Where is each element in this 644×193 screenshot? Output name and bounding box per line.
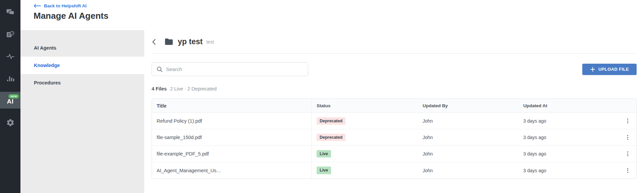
row-menu-button[interactable] (625, 166, 631, 175)
new-badge: NEW (8, 94, 19, 99)
files-count: 4 Files (152, 86, 167, 91)
main-content: yp test test UPLOAD FILE (144, 30, 644, 193)
ai-nav-item[interactable]: AI NEW (0, 92, 20, 109)
analytics-icon[interactable] (0, 74, 20, 82)
knowledge-sidenav: AI Agents Knowledge Procedures (20, 30, 144, 193)
ai-label: AI (7, 98, 14, 105)
status-badge: Live (317, 150, 331, 158)
updated-at: 3 days ago (518, 113, 619, 129)
status-badge: Deprecated (317, 134, 345, 141)
updated-by: John (418, 146, 518, 162)
column-title: Title (152, 99, 312, 113)
page-title: Manage AI Agents (34, 11, 644, 21)
folder-title: yp test (178, 37, 203, 46)
file-title[interactable]: AI_Agent_Management_Us… (152, 162, 312, 179)
sidebar-item-ai-agents[interactable]: AI Agents (20, 39, 144, 57)
search-input[interactable] (166, 66, 293, 72)
row-menu-button[interactable] (625, 117, 631, 125)
file-title[interactable]: file-sample_150d.pdf (152, 129, 312, 145)
updated-at: 3 days ago (518, 129, 619, 145)
sidebar-item-procedures[interactable]: Procedures (20, 74, 144, 91)
app-shell: Back to Helpshift AI Manage AI Agents AI… (20, 0, 644, 193)
toolbar: UPLOAD FILE (152, 62, 637, 76)
sidebar-item-knowledge[interactable]: Knowledge (20, 57, 144, 74)
settings-icon[interactable] (0, 118, 20, 127)
updated-by: John (418, 162, 518, 179)
status-badge: Deprecated (317, 117, 345, 125)
table-row[interactable]: Refund Policy (1).pdf Deprecated John 3 … (152, 113, 636, 129)
svg-text:?: ? (11, 32, 13, 35)
back-to-helpshift-link[interactable]: Back to Helpshift AI (34, 3, 87, 8)
files-detail: 2 Live · 2 Deprecated (170, 86, 217, 91)
back-chevron-icon[interactable] (152, 38, 158, 46)
search-icon (157, 66, 163, 72)
search-box[interactable] (152, 62, 308, 76)
back-link-label: Back to Helpshift AI (44, 3, 87, 8)
faq-icon[interactable]: ? (0, 30, 20, 39)
file-title[interactable]: Refund Policy (1).pdf (152, 113, 312, 129)
column-updated-by: Updated By (418, 99, 518, 113)
table-row[interactable]: file-example_PDF_5.pdf Live John 3 days … (152, 146, 636, 162)
table-row[interactable]: AI_Agent_Management_Us… Live John 3 days… (152, 162, 636, 179)
activity-icon[interactable] (0, 52, 20, 60)
file-title[interactable]: file-example_PDF_5.pdf (152, 146, 312, 162)
updated-at: 3 days ago (518, 162, 619, 179)
row-menu-button[interactable] (625, 149, 631, 158)
upload-button-label: UPLOAD FILE (598, 67, 629, 72)
updated-by: John (418, 113, 518, 129)
topbar: Back to Helpshift AI Manage AI Agents (20, 0, 644, 30)
folder-subtitle: test (206, 39, 214, 45)
updated-at: 3 days ago (518, 146, 619, 162)
upload-file-button[interactable]: UPLOAD FILE (582, 64, 637, 75)
app-rail: ? AI NEW (0, 0, 20, 193)
conversations-icon[interactable] (0, 8, 20, 16)
table-header: Title Status Updated By Updated At (152, 99, 636, 113)
table-row[interactable]: file-sample_150d.pdf Deprecated John 3 d… (152, 129, 636, 146)
back-arrow-icon (34, 4, 41, 8)
folder-icon (164, 38, 173, 46)
row-menu-button[interactable] (625, 133, 631, 142)
status-badge: Live (317, 167, 331, 174)
column-actions (619, 99, 636, 113)
files-table: Title Status Updated By Updated At Refun… (152, 99, 637, 179)
folder-header: yp test test (152, 30, 637, 54)
files-summary: 4 Files 2 Live · 2 Deprecated (152, 86, 637, 91)
plus-icon (590, 67, 595, 72)
column-updated-at: Updated At (518, 99, 619, 113)
updated-by: John (418, 129, 518, 145)
column-status: Status (312, 99, 418, 113)
